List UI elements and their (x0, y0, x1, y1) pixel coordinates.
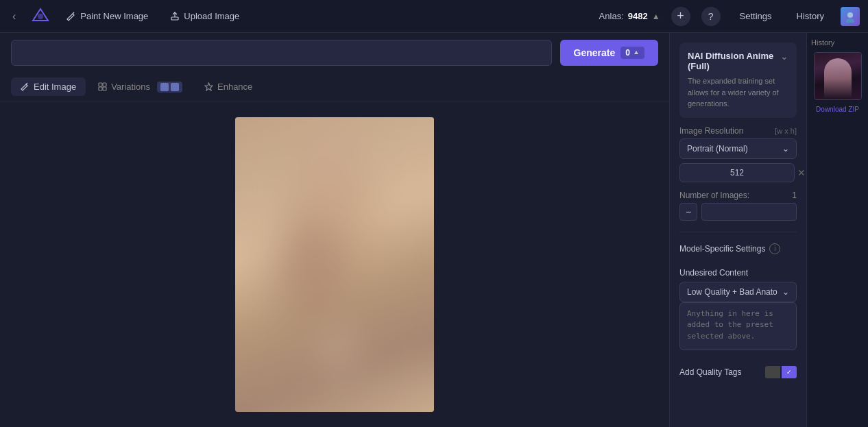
num-images-display (701, 203, 797, 221)
resolution-section: Image Resolution [w x h] Portrait (Norma… (679, 126, 797, 182)
tool-tabs: Edit Image Variations Enh (0, 73, 669, 101)
anlas-value: 9482 (628, 11, 648, 21)
svg-line-2 (73, 12, 74, 14)
prompt-input[interactable] (11, 40, 552, 66)
svg-point-6 (846, 19, 854, 23)
num-images-label: Number of Images: 1 (679, 191, 797, 200)
anlas-info-icon[interactable]: ▲ (652, 12, 660, 21)
tab-enhance[interactable]: Enhance (195, 77, 262, 96)
image-canvas (0, 101, 669, 427)
generate-button[interactable]: Generate 0 (560, 40, 658, 66)
history-link[interactable]: History (791, 8, 830, 24)
resolution-label: Image Resolution [w x h] (679, 126, 797, 136)
anlas-prefix: Anlas: (599, 11, 624, 21)
undesired-preset-value: Low Quality + Bad Anato (687, 287, 777, 297)
blurred-generated-image (235, 117, 434, 412)
model-description: The expanded training set allows for a w… (688, 75, 788, 110)
upload-image-label: Upload Image (184, 11, 239, 21)
undesired-content-label: Undesired Content (679, 268, 797, 278)
undesired-content-textarea[interactable] (679, 302, 797, 350)
svg-marker-13 (205, 83, 213, 90)
paint-new-image-label: Paint New Image (80, 11, 148, 21)
add-quality-row: Add Quality Tags ✓ (679, 366, 797, 378)
add-anlas-button[interactable]: + (671, 7, 690, 26)
svg-point-1 (38, 14, 43, 19)
undesired-chevron-icon: ⌄ (782, 287, 789, 297)
pencil-icon (67, 12, 76, 21)
svg-rect-11 (99, 87, 102, 90)
paint-new-image-button[interactable]: Paint New Image (61, 8, 154, 24)
num-images-decrease-button[interactable]: − (679, 203, 697, 221)
resolution-inputs: ✕ (679, 163, 797, 182)
tab-edit-image[interactable]: Edit Image (11, 77, 86, 96)
svg-rect-9 (99, 83, 102, 86)
num-images-value: 1 (792, 191, 797, 200)
main-area: Generate 0 Edit Image (0, 33, 868, 427)
undesired-content-section: Undesired Content Low Quality + Bad Anat… (679, 263, 797, 352)
cost-arrow-icon (633, 49, 640, 56)
portrait-label: Portrait (Normal) (687, 144, 748, 154)
history-sidebar: History Download ZIP (806, 33, 868, 427)
toggle-on-button[interactable]: ✓ (782, 366, 797, 378)
svg-point-5 (847, 12, 853, 18)
generate-label: Generate (574, 47, 616, 58)
variations-icon-group (157, 82, 182, 93)
thumbnail-figure (824, 58, 852, 99)
undesired-preset-dropdown[interactable]: Low Quality + Bad Anato ⌄ (679, 282, 797, 302)
svg-marker-7 (634, 51, 638, 54)
add-quality-toggle[interactable]: ✓ (765, 366, 797, 378)
model-settings-label: Model-Specific Settings i (679, 243, 797, 254)
portrait-dropdown[interactable]: Portrait (Normal) ⌄ (679, 138, 797, 159)
tab-variations-label: Variations (111, 82, 150, 92)
model-settings-info-icon[interactable]: i (769, 243, 780, 254)
upload-image-button[interactable]: Upload Image (165, 8, 245, 24)
svg-line-8 (26, 83, 27, 84)
tab-variations[interactable]: Variations (88, 77, 192, 97)
logo-icon (31, 7, 50, 26)
avatar[interactable] (841, 7, 860, 26)
num-images-section: Number of Images: 1 − (679, 191, 797, 221)
model-card: NAI Diffusion Anime (Full) The expanded … (679, 42, 797, 118)
edit-icon (21, 82, 29, 91)
model-specific-section: Model-Specific Settings i (679, 243, 797, 254)
generate-cost-badge: 0 (620, 47, 644, 59)
anlas-display: Anlas: 9482 ▲ (599, 11, 660, 21)
settings-panel: NAI Diffusion Anime (Full) The expanded … (669, 33, 806, 427)
canvas-area: Generate 0 Edit Image (0, 33, 669, 427)
help-button[interactable]: ? (701, 7, 721, 26)
resolution-x-separator: ✕ (797, 167, 806, 178)
model-expand-icon[interactable]: ⌄ (780, 51, 788, 62)
num-images-row: − (679, 203, 797, 221)
prompt-row: Generate 0 (0, 33, 669, 73)
variations-icon (98, 82, 107, 91)
width-input[interactable] (679, 163, 795, 182)
add-quality-label: Add Quality Tags (679, 367, 742, 377)
top-navigation: ‹ Paint New Image Upload Image Anlas: 94… (0, 0, 868, 33)
portrait-chevron-icon: ⌄ (782, 144, 789, 154)
svg-rect-12 (103, 87, 106, 90)
divider-1 (679, 232, 797, 232)
back-button[interactable]: ‹ (8, 8, 20, 25)
history-thumbnail[interactable] (814, 52, 862, 100)
svg-rect-3 (171, 17, 178, 20)
cost-value: 0 (625, 48, 630, 58)
history-label: History (811, 38, 864, 47)
model-title: NAI Diffusion Anime (Full) (688, 51, 788, 71)
tab-edit-label: Edit Image (34, 82, 76, 92)
upload-icon (170, 12, 180, 21)
download-zip-link[interactable]: Download ZIP (816, 106, 859, 113)
dim-format-label: [w x h] (775, 127, 797, 135)
settings-link[interactable]: Settings (732, 8, 780, 24)
enhance-icon (204, 82, 213, 91)
svg-rect-10 (103, 83, 106, 86)
toggle-off-button[interactable] (765, 366, 780, 378)
tab-enhance-label: Enhance (217, 82, 252, 92)
